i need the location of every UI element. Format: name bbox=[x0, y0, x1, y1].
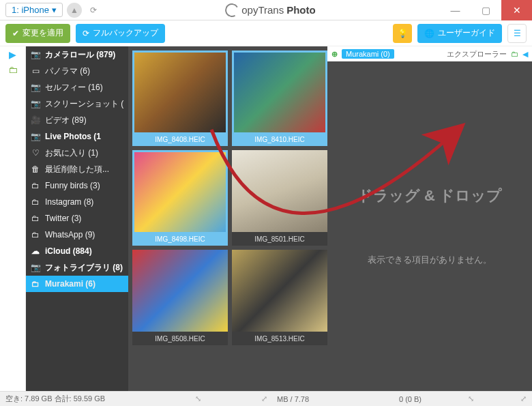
photo-grid: IMG_8408.HEICIMG_8410.HEICIMG_8498.HEICI… bbox=[132, 50, 323, 345]
sidebar-item[interactable]: 🗀Murakami (6) bbox=[26, 276, 128, 292]
sidebar-item-label: Twitter (3) bbox=[45, 214, 81, 223]
bulb-icon: 💡 bbox=[398, 29, 408, 38]
camera-icon: 📷 bbox=[30, 50, 41, 59]
nav-strip: ▶ 🗀 bbox=[0, 46, 26, 391]
video-icon: 🎥 bbox=[30, 115, 41, 125]
content: ▶ 🗀 📷カメラロール (879)▭パノラマ (6)📷セルフィー (16)📷スク… bbox=[0, 46, 532, 391]
status-mid: MB / 7.78 bbox=[277, 395, 309, 403]
folder-icon: 🗀 bbox=[30, 214, 41, 223]
drop-body[interactable]: ドラッグ & ドロップ 表示できる項目がありません。 bbox=[327, 61, 532, 391]
thumb-image bbox=[132, 150, 228, 232]
hint-button[interactable]: 💡 bbox=[393, 24, 412, 43]
refresh-button[interactable]: ⟳ bbox=[86, 3, 101, 18]
photo-thumb[interactable]: IMG_8508.HEIC bbox=[132, 250, 228, 345]
photo-thumb[interactable]: IMG_8410.HEIC bbox=[232, 50, 327, 146]
sidebar-item[interactable]: ☁iCloud (884) bbox=[26, 243, 128, 259]
apply-label: 変更を適用 bbox=[23, 27, 63, 39]
zoom-out-icon-2[interactable]: ⤡ bbox=[468, 394, 474, 403]
zoom-in-icon[interactable]: ⤢ bbox=[261, 394, 267, 403]
drop-empty-message: 表示できる項目がありません。 bbox=[368, 254, 492, 266]
eject-button[interactable]: ▲ bbox=[67, 3, 82, 18]
explorer-label: エクスプローラー bbox=[447, 49, 507, 59]
add-icon[interactable]: ⊕ bbox=[331, 50, 338, 59]
heart-icon: ♡ bbox=[30, 148, 41, 158]
camera-icon: 📷 bbox=[30, 99, 41, 108]
backup-label: フルバックアップ bbox=[93, 27, 158, 39]
photo-thumb[interactable]: IMG_8513.HEIC bbox=[232, 250, 327, 345]
sidebar-item-label: カメラロール (879) bbox=[45, 49, 115, 61]
folder-icon[interactable]: 🗀 bbox=[511, 50, 518, 58]
titlebar: 1: iPhone ▾ ▲ ⟳ opyTrans Photo — ▢ ✕ bbox=[0, 0, 532, 20]
close-button[interactable]: ✕ bbox=[501, 0, 532, 20]
status-left: 空き: 7.89 GB 合計: 59.59 GB bbox=[5, 394, 105, 404]
storage-info: 空き: 7.89 GB 合計: 59.59 GB bbox=[5, 394, 105, 404]
maximize-button[interactable]: ▢ bbox=[471, 0, 501, 20]
folder-icon: 🗀 bbox=[30, 279, 41, 289]
sidebar-item-label: 最近削除した項... bbox=[45, 164, 109, 175]
sidebar-item[interactable]: 📷カメラロール (879) bbox=[26, 46, 128, 63]
collapse-icon[interactable]: ◀ bbox=[522, 50, 528, 59]
thumb-filename: IMG_8508.HEIC bbox=[132, 332, 228, 345]
sidebar-item[interactable]: 🗑最近削除した項... bbox=[26, 161, 128, 177]
thumb-image bbox=[132, 250, 228, 332]
sidebar-item[interactable]: 🗀Instagram (8) bbox=[26, 194, 128, 210]
thumb-image bbox=[232, 50, 327, 132]
globe-icon: 🌐 bbox=[424, 29, 434, 38]
drop-folder-tag[interactable]: Murakami (0) bbox=[342, 49, 394, 59]
sidebar-item[interactable]: 🗀Funny birds (3) bbox=[26, 177, 128, 194]
sidebar-item[interactable]: ▭パノラマ (6) bbox=[26, 63, 128, 79]
sidebar-item-label: iCloud (884) bbox=[45, 246, 92, 256]
drop-header: ⊕ Murakami (0) エクスプローラー 🗀 ◀ bbox=[327, 46, 532, 61]
user-guide-label: ユーザーガイド bbox=[438, 27, 495, 39]
thumb-filename: IMG_8501.HEIC bbox=[232, 232, 327, 246]
photo-thumb[interactable]: IMG_8408.HEIC bbox=[132, 50, 228, 146]
sidebar-item-label: セルフィー (16) bbox=[45, 82, 103, 93]
sidebar-item-label: お気に入り (1) bbox=[45, 147, 98, 159]
sidebar-item-label: WhatsApp (9) bbox=[45, 230, 95, 240]
sidebar-item-label: Instagram (8) bbox=[45, 197, 93, 207]
sidebar-item-label: Live Photos (1 bbox=[45, 132, 101, 141]
minimize-button[interactable]: — bbox=[440, 0, 471, 20]
folder-icon: 🗀 bbox=[30, 181, 41, 190]
full-backup-button[interactable]: ⟳ フルバックアップ bbox=[76, 24, 165, 43]
camera-icon: 📷 bbox=[30, 83, 41, 92]
folder-icon: 🗀 bbox=[30, 197, 41, 207]
sidebar-item[interactable]: 📷セルフィー (16) bbox=[26, 79, 128, 96]
sidebar-item[interactable]: 🎥ビデオ (89) bbox=[26, 112, 128, 128]
folder-icon: 🗀 bbox=[30, 230, 41, 240]
sidebar-item-label: フォトライブラリ (8) bbox=[45, 262, 123, 274]
cloud-icon: ☁ bbox=[30, 246, 41, 256]
thumb-filename: IMG_8408.HEIC bbox=[132, 132, 228, 146]
nav-folder-icon[interactable]: 🗀 bbox=[8, 64, 18, 75]
logo-icon bbox=[224, 1, 240, 18]
thumb-filename: IMG_8513.HEIC bbox=[232, 332, 327, 345]
check-icon: ✔ bbox=[12, 29, 19, 38]
zoom-in-icon-2[interactable]: ⤢ bbox=[520, 394, 527, 403]
photo-pane: IMG_8408.HEICIMG_8410.HEICIMG_8498.HEICI… bbox=[128, 46, 327, 391]
device-label: 1: iPhone bbox=[12, 5, 49, 15]
photo-thumb[interactable]: IMG_8501.HEIC bbox=[232, 150, 327, 246]
apply-changes-button[interactable]: ✔ 変更を適用 bbox=[5, 24, 70, 43]
trash-icon: 🗑 bbox=[30, 164, 41, 174]
zoom-out-icon[interactable]: ⤡ bbox=[195, 394, 201, 403]
statusbar: 空き: 7.89 GB 合計: 59.59 GB ⤡ ⤢ MB / 7.78 0… bbox=[0, 391, 532, 406]
drop-title: ドラッグ & ドロップ bbox=[357, 186, 502, 206]
menu-button[interactable]: ☰ bbox=[507, 24, 527, 43]
sidebar-item[interactable]: 🗀WhatsApp (9) bbox=[26, 227, 128, 243]
thumb-image bbox=[232, 150, 327, 232]
user-guide-button[interactable]: 🌐 ユーザーガイド bbox=[417, 24, 502, 43]
photo-thumb[interactable]: IMG_8498.HEIC bbox=[132, 150, 228, 246]
menu-icon: ☰ bbox=[514, 29, 521, 38]
toolbar: ✔ 変更を適用 ⟳ フルバックアップ 💡 🌐 ユーザーガイド ☰ bbox=[0, 20, 532, 46]
device-selector[interactable]: 1: iPhone ▾ bbox=[5, 3, 63, 17]
sidebar-item[interactable]: 📷Live Photos (1 bbox=[26, 128, 128, 145]
sidebar-item[interactable]: 📷スクリーンショット ( bbox=[26, 96, 128, 112]
app-title: opyTrans Photo bbox=[101, 3, 440, 17]
thumb-image bbox=[232, 250, 327, 332]
sidebar-item-label: Murakami (6) bbox=[45, 279, 95, 289]
nav-play-icon[interactable]: ▶ bbox=[9, 49, 16, 60]
sidebar-item[interactable]: ♡お気に入り (1) bbox=[26, 145, 128, 161]
sidebar-item[interactable]: 🗀Twitter (3) bbox=[26, 210, 128, 227]
app-name-2: Photo bbox=[286, 4, 316, 16]
sidebar-item[interactable]: 📷フォトライブラリ (8) bbox=[26, 259, 128, 276]
